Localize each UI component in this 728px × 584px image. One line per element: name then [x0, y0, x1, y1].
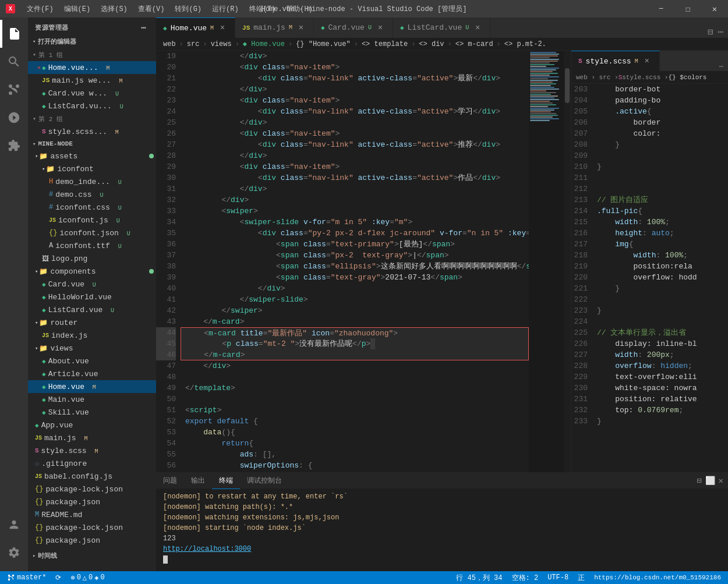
sidebar-tree-components[interactable]: ▾ 📁 components	[28, 265, 156, 278]
more-actions-icon[interactable]: ⋯	[718, 26, 723, 38]
split-editor-icon[interactable]: ⊟	[708, 26, 713, 38]
right-code-content[interactable]: border-bot padding-bo .active{ border co…	[592, 84, 728, 472]
minimize-button[interactable]: −	[648, 0, 674, 17]
maximize-button[interactable]: ☐	[674, 0, 701, 17]
sidebar-tree-about[interactable]: ◆ About.vue	[28, 355, 156, 367]
sidebar-tree-assets[interactable]: ▾ 📁 assets	[28, 150, 156, 162]
sidebar-tree-pkg-lock2[interactable]: {} package-lock.json	[28, 521, 156, 534]
activity-accounts[interactable]	[0, 511, 28, 539]
tab-close-style[interactable]: ×	[642, 56, 652, 66]
sidebar-tree-pkg-lock[interactable]: {} package-lock.json	[28, 483, 156, 495]
sidebar-section-open-editors[interactable]: ▾ 打开的编辑器	[28, 35, 156, 48]
sidebar-tree-babel-config[interactable]: JS babel.config.js	[28, 470, 156, 483]
sidebar-tree-demo-css[interactable]: # demo.css U	[28, 188, 156, 201]
sidebar-tree-style-scss[interactable]: S style.scss M	[28, 444, 156, 457]
terminal-tab-problems[interactable]: 问题	[156, 473, 184, 489]
menu-view[interactable]: 查看(V)	[133, 0, 169, 17]
sidebar-tree-iconfont-json[interactable]: {} iconfont.json U	[28, 226, 156, 239]
sidebar-tree-main-js[interactable]: JS main.js M	[28, 431, 156, 444]
sidebar-tree-pkg-json2[interactable]: {} package.json	[28, 534, 156, 547]
titlebar: X 文件(F) 编辑(E) 选择(S) 查看(V) 转到(G) 运行(R) 终端…	[0, 0, 728, 17]
menu-run[interactable]: 运行(R)	[207, 0, 243, 17]
status-branch[interactable]: master*	[5, 571, 48, 584]
menu-goto[interactable]: 转到(G)	[170, 0, 206, 17]
terminal-tab-debug[interactable]: 调试控制台	[240, 473, 289, 489]
sidebar-open-card-vue[interactable]: ✕ ◆ Card.vue w... U	[28, 87, 156, 100]
sidebar-section-project[interactable]: ▾ MINE-NODE	[28, 138, 156, 150]
status-format[interactable]: UTF-8	[545, 571, 571, 584]
code-content[interactable]: </div> <div class="nav-item"> <div class…	[181, 51, 529, 472]
scss-line-221: }	[597, 283, 728, 294]
scss-line-209	[597, 150, 728, 161]
sidebar-tree-logo[interactable]: 🖼 logo.png	[28, 252, 156, 265]
terminal-tab-terminal[interactable]: 终端	[212, 473, 240, 489]
right-more-icon[interactable]: ⋯	[719, 62, 723, 71]
sidebar-tree-iconfont-js[interactable]: JS iconfont.js U	[28, 214, 156, 226]
tab-main-js[interactable]: JS main.js M ×	[235, 17, 314, 38]
sidebar-tree-skill-vue[interactable]: ◆ Skill.vue	[28, 406, 156, 419]
sidebar-tree-readme[interactable]: M README.md	[28, 508, 156, 521]
sidebar-open-listcard-vue[interactable]: ✕ ◆ ListCard.vu... U	[28, 100, 156, 112]
sidebar-tree-article[interactable]: ◆ Article.vue	[28, 367, 156, 380]
sidebar-new-file-icon[interactable]: ⋯	[139, 22, 149, 33]
status-sync[interactable]: ⟳	[53, 571, 63, 584]
code-line-21: <div class="nav-link" active-class="acti…	[185, 73, 529, 84]
sidebar-open-style-scss[interactable]: ✕ S style.scss... M	[28, 125, 156, 138]
tab-close-mainjs[interactable]: ×	[296, 23, 306, 33]
sidebar-tree-router-index[interactable]: JS index.js	[28, 329, 156, 342]
code-line-45: <p class="mt-2 ">没有最新作品呢</p>	[181, 338, 529, 349]
tab-close-home[interactable]: ×	[217, 23, 228, 33]
sidebar-open-main-js[interactable]: ✕ JS main.js we... M	[28, 74, 156, 87]
tab-card-vue[interactable]: ◆ Card.vue U ×	[314, 17, 393, 38]
sidebar-tree-helloworld[interactable]: ◆ HelloWorld.vue	[28, 291, 156, 303]
status-encoding[interactable]: 空格: 2	[510, 571, 541, 584]
tab-home-vue[interactable]: ◆ Home.vue M ×	[156, 17, 235, 38]
close-button[interactable]: ✕	[701, 0, 728, 17]
menu-select[interactable]: 选择(S)	[96, 0, 132, 17]
activity-debug[interactable]	[0, 104, 28, 132]
terminal-split-icon[interactable]: ⊟	[697, 476, 701, 486]
status-url[interactable]: https://blog.csdn.net/m0_51592186	[592, 571, 723, 584]
status-errors[interactable]: ⊗ 0 △ 0 ◈ 0	[68, 571, 107, 584]
code-line-41: </swiper-slide>	[185, 294, 529, 305]
activity-source-control[interactable]	[0, 76, 28, 104]
activity-extensions[interactable]	[0, 132, 28, 160]
tab-listcard-vue[interactable]: ◆ ListCard.vue U ×	[393, 17, 490, 38]
sidebar-tree-iconfont[interactable]: ▾ 📁 iconfont	[28, 162, 156, 175]
terminal-maximize-icon[interactable]: ⬜	[705, 476, 715, 486]
code-line-48	[185, 371, 529, 383]
sidebar-section-timeline[interactable]: ▸ 时间线	[28, 549, 156, 562]
menu-file[interactable]: 文件(F)	[22, 0, 58, 17]
sidebar-tree-views[interactable]: ▾ 📁 views	[28, 342, 156, 355]
scss-line-218: width: 100%;	[597, 250, 728, 261]
sidebar-tree-pkg-json[interactable]: {} package.json	[28, 495, 156, 508]
terminal-content: [nodemon] to restart at any time, enter …	[156, 489, 728, 571]
sidebar-tree-gitignore[interactable]: ◇ .gitignore	[28, 457, 156, 470]
sidebar-tree-app-vue[interactable]: ◆ App.vue	[28, 419, 156, 431]
vertical-scrollbar[interactable]	[564, 51, 571, 472]
tab-close-listcard[interactable]: ×	[472, 23, 483, 33]
scrollbar-thumb[interactable]	[565, 68, 570, 103]
tab-close-card[interactable]: ×	[375, 23, 386, 33]
sidebar-open-home-vue[interactable]: ✕ ◆ Home.vue... M	[28, 61, 156, 74]
sidebar-tree-listcard-vue[interactable]: ◆ ListCard.vue U	[28, 303, 156, 316]
sidebar-tree-home-vue[interactable]: ◆ Home.vue M	[28, 380, 156, 393]
sidebar-tree-card-vue[interactable]: ◆ Card.vue U	[28, 278, 156, 291]
tab-style-scss[interactable]: S style.scss M ×	[571, 51, 660, 71]
right-editor-content: 203204205206207 208209210211212 21321421…	[571, 84, 728, 472]
sidebar-tree-main-vue[interactable]: ◆ Main.vue	[28, 393, 156, 406]
sidebar-tree-iconfont-css[interactable]: # iconfont.css U	[28, 201, 156, 214]
activity-settings[interactable]	[0, 539, 28, 567]
terminal-line-6: http://localhost:3000	[163, 544, 721, 554]
code-line-37: <span class="px-2 text-gray">|</span>	[185, 250, 529, 261]
menu-edit[interactable]: 编辑(E)	[59, 0, 96, 17]
terminal-close-icon[interactable]: ✕	[719, 476, 723, 486]
activity-explorer[interactable]	[0, 20, 28, 48]
status-position[interactable]: 行 45，列 34	[454, 571, 504, 584]
sidebar-tree-demo-index[interactable]: H demo_inde... U	[28, 175, 156, 188]
sidebar-tree-router[interactable]: ▾ 📁 router	[28, 316, 156, 329]
sidebar-tree-iconfont-ttf[interactable]: A iconfont.ttf U	[28, 239, 156, 252]
status-language[interactable]: 正	[575, 571, 587, 584]
terminal-tab-output[interactable]: 输出	[184, 473, 212, 489]
activity-search[interactable]	[0, 48, 28, 76]
